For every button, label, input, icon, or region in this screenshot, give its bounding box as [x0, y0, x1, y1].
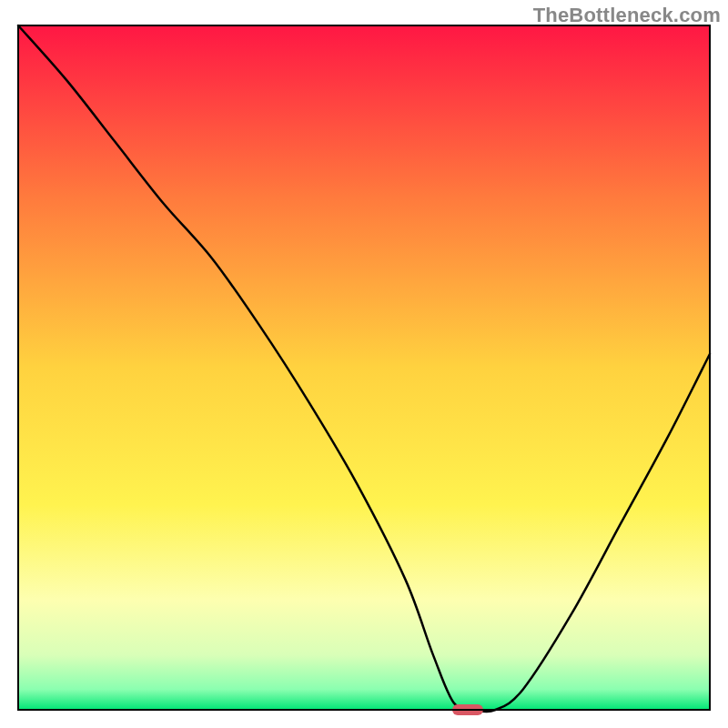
chart-container: TheBottleneck.com	[0, 0, 728, 728]
plot-background	[18, 25, 710, 710]
watermark-text: TheBottleneck.com	[533, 4, 721, 27]
bottleneck-chart	[0, 0, 728, 728]
